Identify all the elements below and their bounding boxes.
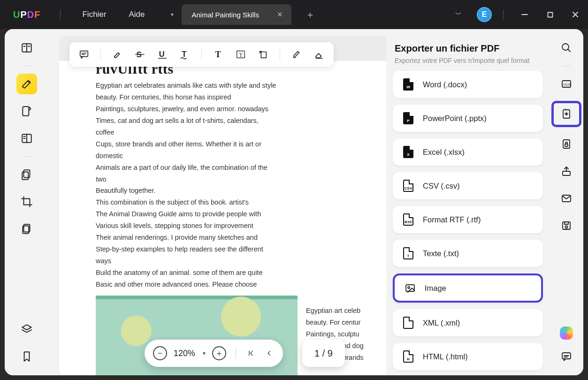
svg-text:T: T — [239, 52, 243, 58]
filetype-icon — [402, 317, 414, 329]
tab-collapse-arrow-icon[interactable]: ▾ — [166, 8, 179, 21]
annotate-tool-icon[interactable] — [16, 101, 37, 122]
filetype-icon: H — [402, 350, 414, 363]
search-icon[interactable] — [556, 38, 577, 58]
page-tool-icon[interactable] — [16, 219, 37, 239]
underline-tool-icon[interactable]: U — [154, 46, 170, 62]
svg-text:U: U — [159, 50, 165, 58]
export-option-label: Texte (.txt) — [423, 249, 459, 258]
svg-rect-8 — [23, 106, 29, 116]
separator — [23, 156, 31, 157]
pencil-tool-icon[interactable] — [289, 46, 305, 62]
window-controls: ﹀ E — [443, 0, 588, 29]
crop-tool-icon[interactable] — [16, 191, 37, 212]
document-tab[interactable]: Animal Painting Skills ✕ — [182, 4, 291, 25]
filetype-icon: X — [402, 146, 414, 158]
page-indicator[interactable]: 1 / 9 — [302, 340, 345, 367]
svg-rect-44 — [565, 222, 568, 224]
comment-tool-icon[interactable] — [76, 46, 92, 62]
document-stage: S U T T T ruvUlItt rtts Egyptian art cel… — [49, 29, 550, 375]
window-maximize-button[interactable] — [537, 5, 563, 24]
ai-assistant-icon[interactable] — [560, 327, 573, 340]
textbox-tool-icon[interactable]: T — [233, 46, 249, 62]
menu-file[interactable]: Fichier — [82, 10, 106, 19]
zoom-value: 120% — [174, 349, 195, 358]
text-tool-icon[interactable]: T — [210, 46, 226, 62]
export-subtitle: Exportez votre PDF vers n'importe quel f… — [395, 57, 543, 64]
export-option-label: CSV (.csv) — [423, 182, 460, 190]
new-tab-button[interactable]: ＋ — [303, 7, 318, 22]
tab-close-icon[interactable]: ✕ — [277, 10, 283, 19]
separator — [23, 66, 31, 66]
reader-mode-icon[interactable] — [16, 38, 37, 58]
export-option-label: Excel (.xlsx) — [423, 148, 465, 157]
svg-text:OCR: OCR — [563, 83, 572, 87]
prev-page-button[interactable] — [263, 348, 275, 359]
tab-title: Animal Painting Skills — [192, 11, 259, 19]
export-panel: Exporter un fichier PDF Exportez votre P… — [386, 36, 550, 375]
export-option-image[interactable]: Image — [393, 274, 543, 303]
title-bar: UPDF Fichier Aide ▾ Animal Painting Skil… — [0, 0, 588, 29]
page-body: Egyptian art celebrates animals like cat… — [96, 80, 279, 290]
svg-line-35 — [568, 49, 570, 52]
filetype-icon: W — [402, 78, 414, 91]
svg-marker-17 — [22, 325, 31, 330]
tab-overflow-icon[interactable]: ﹀ — [443, 10, 474, 19]
separator — [503, 10, 504, 19]
export-title: Exporter un fichier PDF — [395, 43, 543, 54]
left-toolstrip — [5, 29, 49, 375]
layers-icon[interactable] — [16, 319, 37, 340]
svg-rect-18 — [80, 51, 88, 57]
protect-icon[interactable] — [556, 134, 577, 154]
share-icon[interactable] — [556, 161, 577, 182]
separator — [100, 48, 101, 61]
separator — [60, 9, 61, 20]
filetype-icon: P — [402, 112, 414, 124]
separator — [236, 348, 236, 359]
save-icon[interactable] — [556, 215, 577, 236]
zoom-in-button[interactable]: ＋ — [212, 346, 226, 360]
window-minimize-button[interactable] — [512, 5, 537, 24]
svg-rect-13 — [24, 170, 30, 177]
organize-pages-icon[interactable] — [16, 164, 37, 185]
export-option-xml[interactable]: XML (.xml) — [393, 309, 543, 336]
svg-rect-41 — [563, 171, 570, 175]
filetype-icon: CSV — [402, 180, 414, 192]
strikethrough-tool-icon[interactable]: S — [132, 46, 148, 62]
separator — [201, 48, 202, 61]
export-option-word[interactable]: WWord (.docx) — [393, 71, 543, 98]
svg-rect-14 — [22, 172, 28, 180]
export-option-label: XML (.xml) — [423, 319, 460, 327]
export-option-label: HTML (.html) — [423, 352, 468, 361]
export-option-format[interactable]: RTFFormat RTF (.rtf) — [393, 206, 543, 233]
app-logo: UPDF — [13, 9, 40, 20]
export-option-powerpoint[interactable]: PPowerPoint (.pptx) — [393, 105, 543, 132]
image-icon — [404, 282, 416, 294]
eraser-tool-icon[interactable] — [311, 46, 327, 62]
chat-icon[interactable] — [556, 346, 577, 367]
email-icon[interactable] — [556, 188, 577, 209]
export-option-texte[interactable]: TTexte (.txt) — [393, 240, 543, 267]
highlight-tool-icon[interactable] — [109, 46, 125, 62]
user-avatar[interactable]: E — [477, 7, 492, 22]
zoom-out-button[interactable]: − — [153, 346, 167, 360]
first-page-button[interactable] — [245, 348, 257, 359]
window-close-button[interactable] — [563, 5, 588, 24]
export-option-csv[interactable]: CSVCSV (.csv) — [393, 172, 543, 199]
ocr-icon[interactable]: OCR — [556, 74, 577, 94]
svg-rect-29 — [261, 52, 266, 58]
zoom-dropdown-icon[interactable]: ▾ — [203, 350, 206, 357]
squiggly-tool-icon[interactable]: T — [177, 46, 193, 62]
export-option-html[interactable]: HHTML (.html) — [393, 343, 543, 370]
separator — [562, 66, 571, 66]
zoom-control: − 120% ▾ ＋ — [145, 340, 283, 367]
export-option-label: PowerPoint (.pptx) — [423, 114, 487, 123]
menu-help[interactable]: Aide — [129, 10, 145, 19]
rotate-tool-icon[interactable] — [255, 46, 271, 62]
export-option-excel[interactable]: XExcel (.xlsx) — [393, 138, 543, 166]
edit-text-tool-icon[interactable] — [16, 128, 37, 149]
annotation-toolbar: S U T T T — [69, 42, 334, 67]
highlighter-tool-icon[interactable] — [16, 74, 37, 94]
bookmark-icon[interactable] — [16, 346, 37, 367]
export-pdf-icon[interactable] — [551, 101, 581, 127]
